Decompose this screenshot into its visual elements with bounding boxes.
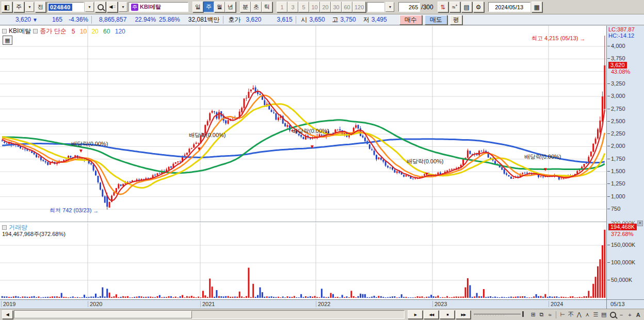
calendar-button[interactable]: ▦ <box>532 2 542 12</box>
pane-close-icon[interactable]: ✕ <box>637 221 643 226</box>
x-axis-year-label: 2020 <box>88 301 102 307</box>
date-field[interactable]: 2024/05/13 <box>488 2 530 12</box>
minute-button[interactable]: 3 <box>287 2 298 12</box>
symbol-name: KBI메탈 <box>140 3 161 11</box>
ex-dividend-annotation: 배당락(0.00%) <box>292 127 329 135</box>
free-line-icon[interactable]: ≈ <box>545 311 554 319</box>
gear-icon: ⚙ <box>476 4 481 10</box>
draw-line-button[interactable]: ≈+ <box>449 2 460 12</box>
minute-button[interactable]: 30 <box>331 2 342 12</box>
search-icon <box>98 4 104 10</box>
chevron-down-icon: ▼ <box>388 5 392 9</box>
jeon-button[interactable]: 전 <box>35 2 46 12</box>
price-tick-label: 3,250 <box>611 80 625 87</box>
bar-count-input[interactable]: 265 <box>398 2 420 12</box>
left-arrow-icon: ◀ <box>6 312 9 317</box>
minute-button[interactable]: 5 <box>298 2 309 12</box>
current-change-pct: 43.08% <box>611 69 630 75</box>
high-label: 고 <box>332 15 339 24</box>
line-chart-icon: ≈+ <box>452 4 458 10</box>
playback-button[interactable]: ◀◀ <box>424 310 439 319</box>
x-axis-last-date: 05/13 <box>610 301 625 307</box>
calendar-icon: ▦ <box>534 4 540 10</box>
settings-button[interactable]: ⚙ <box>473 2 484 12</box>
minute-button[interactable]: 10 <box>309 2 320 12</box>
period-button[interactable]: 년 <box>225 2 236 12</box>
zoom-out-button[interactable]: − <box>618 311 625 319</box>
resistance-line-icon[interactable]: 不 <box>567 311 575 319</box>
period-button[interactable]: 주 <box>203 2 214 12</box>
price-volume-chart[interactable] <box>0 26 606 299</box>
save-button[interactable]: ▤ <box>461 2 472 12</box>
scroll-left-button[interactable]: ◀ <box>2 310 13 319</box>
price-tick-label: 1,500 <box>611 168 625 174</box>
cycle-button[interactable]: 주 <box>13 2 24 12</box>
collapse-square-icon[interactable] <box>2 225 7 230</box>
chart-app: ◧ 주 ▼ 전 024840 ▼ ◀∷ ▼ 주 KBI메탈 일주월년 분초틱 1… <box>0 0 644 320</box>
fibonacci-icon[interactable]: ☰ <box>591 311 600 319</box>
tick-unit-button[interactable]: 틱 <box>262 2 272 12</box>
minute-button[interactable]: 1 <box>277 2 287 12</box>
chart-area: KBI메탈 종가 단순 5 10 20 60 120 ▦ 거래량 194,467… <box>0 26 644 299</box>
copy-chart-icon[interactable]: ⧉ <box>537 311 545 319</box>
price-tick-label: 1,750 <box>611 156 625 162</box>
tick-unit-button[interactable]: 분 <box>240 2 251 12</box>
cycle-dropdown[interactable]: ▼ <box>25 2 34 12</box>
low-label: 저 <box>363 15 369 24</box>
price-change-pct: -4.36% <box>69 16 88 23</box>
grid-table-button[interactable]: ▦ <box>3 36 12 45</box>
period-button[interactable]: 월 <box>214 2 225 12</box>
text-tool-button[interactable]: A <box>635 311 642 319</box>
period-button[interactable]: 일 <box>192 2 203 12</box>
stock-code-input[interactable]: 024840 <box>47 2 84 12</box>
price-tick-label: 1,000 <box>611 193 625 199</box>
sound-dropdown[interactable]: ▼ <box>119 2 127 12</box>
price-tick-label: 4,000 <box>611 43 625 49</box>
zoom-button[interactable] <box>609 311 616 319</box>
x-axis-year-label: 2019 <box>1 301 15 307</box>
compare-button[interactable]: ⇅ <box>438 2 448 12</box>
ex-dividend-annotation: 배당락(0.00%) <box>407 158 444 165</box>
split-window-icon[interactable]: ⊞ <box>529 311 537 319</box>
empty-combo-dropdown[interactable]: ▼ <box>385 2 394 12</box>
buy-button[interactable]: 매수 <box>399 15 422 25</box>
collapse-square-icon[interactable] <box>33 29 38 33</box>
price-axis[interactable]: LC:387.87 HC:-14.12 4,0003,7503,2503,000… <box>606 26 644 299</box>
tick-unit-button[interactable]: 초 <box>251 2 262 12</box>
playback-button[interactable]: ▶ <box>408 310 423 319</box>
valley-tool-icon[interactable]: ⋏ <box>583 311 591 319</box>
symbol-field[interactable]: 주 KBI메탈 <box>128 2 188 12</box>
peak-tool-icon[interactable]: ⋀ <box>575 311 583 319</box>
current-volume-badge: 194,468K <box>608 224 637 230</box>
minute-button[interactable]: 20 <box>320 2 331 12</box>
minute-button[interactable]: 60 <box>342 2 352 12</box>
price-tick-label: 1,250 <box>611 180 625 187</box>
avg-button[interactable]: 평 <box>450 15 462 25</box>
playback-button[interactable]: ■ <box>440 310 455 319</box>
current-volume-pct: 372.68% <box>611 231 633 237</box>
playback-button[interactable]: ▶▶ <box>456 310 471 319</box>
slider-handle[interactable] <box>522 311 524 317</box>
minute-button[interactable]: 120 <box>352 2 366 12</box>
bar-width-slider[interactable]: ˙˙˙˙˙˙˙˙˙˙˙˙ <box>474 311 526 319</box>
bar-count-total: /300 <box>421 4 433 11</box>
empty-combo[interactable] <box>367 2 384 12</box>
chart-scrollbar[interactable] <box>14 310 405 319</box>
trade-amount: 32,081백만 <box>188 15 220 24</box>
grid-icon: ▦ <box>5 37 10 44</box>
sell-button[interactable]: 매도 <box>425 15 447 25</box>
zoom-in-button[interactable]: + <box>626 311 633 319</box>
magnifier-icon <box>610 312 616 318</box>
ex-dividend-arrow-icon: ▼ <box>197 146 202 151</box>
capture-icon[interactable]: ▤ <box>600 311 608 319</box>
panel-toggle-button[interactable]: ◧ <box>2 2 12 12</box>
search-button[interactable] <box>95 2 106 12</box>
updown-arrows-icon: ⇅ <box>440 4 445 10</box>
window-icon: ◧ <box>4 4 10 10</box>
code-dropdown[interactable]: ▼ <box>85 2 94 12</box>
legend-title: 종가 단순 <box>40 27 66 36</box>
collapse-square-icon[interactable] <box>2 29 7 33</box>
sound-button[interactable]: ◀∷ <box>107 2 118 12</box>
scrollbar-thumb[interactable] <box>14 311 192 318</box>
trend-line-icon[interactable]: ⊢ <box>558 311 567 319</box>
